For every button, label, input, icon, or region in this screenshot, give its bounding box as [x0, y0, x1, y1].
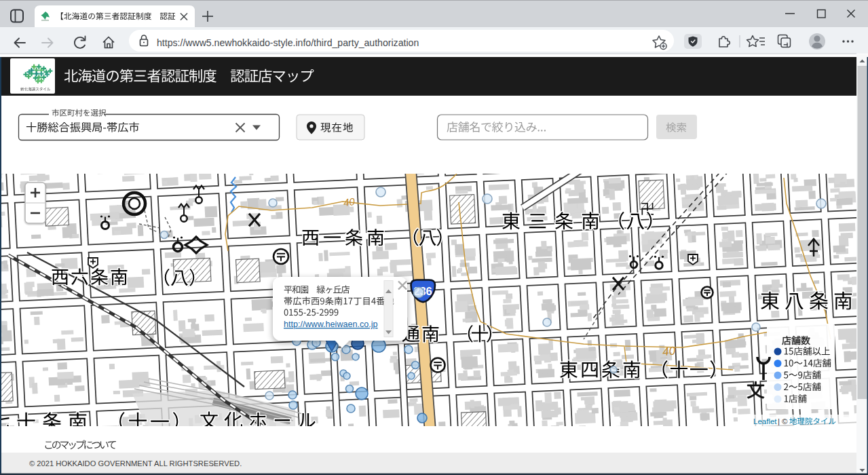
svg-text:http://www.heiwaen.co.jp: http://www.heiwaen.co.jp: [284, 320, 378, 329]
svg-text:40: 40: [662, 344, 676, 358]
svg-text:40: 40: [343, 195, 356, 208]
svg-text:© 2021 HOKKAIDO GOVERNMENT ALL: © 2021 HOKKAIDO GOVERNMENT ALL RIGHTSRES…: [29, 459, 242, 468]
svg-text:|: |: [778, 417, 780, 425]
svg-text:©: ©: [782, 417, 788, 425]
svg-text:Leaflet: Leaflet: [753, 417, 777, 425]
svg-text:https://www5.newhokkaido-style: https://www5.newhokkaido-style.info/thir…: [157, 37, 419, 48]
